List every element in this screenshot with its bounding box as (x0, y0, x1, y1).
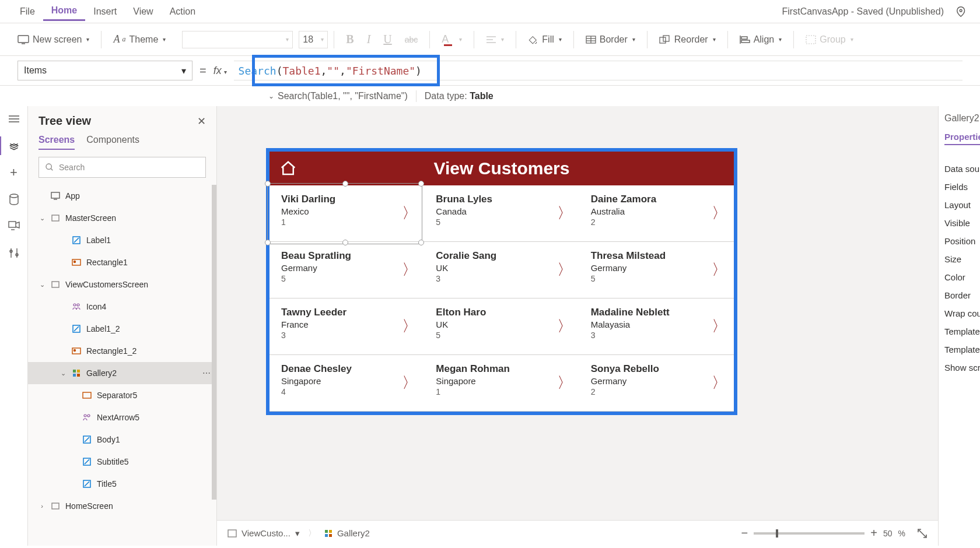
tree-node-title5[interactable]: Title5 (28, 473, 216, 495)
gallery-selection[interactable]: View Customers Viki DarlingMexico1〉Bruna… (266, 148, 737, 415)
chevron-right-icon[interactable]: 〉 (402, 316, 417, 336)
tree-node-label1[interactable]: Label1 (28, 229, 216, 251)
rail-insert-icon[interactable]: + (7, 166, 21, 180)
rail-hamburger-icon[interactable] (7, 112, 21, 126)
gallery-cell[interactable]: Viki DarlingMexico1〉 (270, 185, 424, 242)
property-row[interactable]: Template pa (944, 345, 978, 354)
tree-node-masterscreen[interactable]: ⌄MasterScreen (28, 207, 216, 229)
border-button[interactable]: Border▾ (580, 31, 641, 48)
gallery-cell[interactable]: Megan RohmanSingapore1〉 (424, 355, 579, 412)
formula-hint[interactable]: ⌄ Search(Table1, "", "FirstName") (268, 91, 408, 101)
property-row[interactable]: Show scroll (944, 363, 978, 373)
more-icon[interactable]: ⋯ (202, 368, 211, 378)
gallery-cell[interactable]: Daine ZamoraAustralia2〉 (579, 185, 734, 242)
tree-node-body1[interactable]: Body1 (28, 428, 216, 451)
chevron-right-icon[interactable]: 〉 (712, 203, 727, 223)
gallery-cell[interactable]: Tawny LeederFrance3〉 (270, 298, 424, 355)
tree-node-homescreen[interactable]: ›HomeScreen (28, 495, 216, 517)
customer-gallery[interactable]: Viki DarlingMexico1〉Bruna LylesCanada5〉D… (270, 185, 734, 412)
bold-button[interactable]: B (340, 29, 359, 50)
tree-node-separator5[interactable]: Separator5 (28, 384, 216, 406)
property-row[interactable]: Visible (944, 218, 978, 228)
gallery-cell[interactable]: Madaline NeblettMalayasia3〉 (579, 298, 734, 355)
tab-properties[interactable]: Properties (944, 132, 980, 145)
gallery-cell[interactable]: Thresa MilsteadGermany5〉 (579, 242, 734, 298)
health-icon[interactable] (956, 5, 968, 18)
chevron-right-icon[interactable]: 〉 (557, 259, 572, 280)
property-row[interactable]: Position (944, 236, 978, 246)
group-button[interactable]: Group▾ (800, 31, 859, 48)
new-screen-button[interactable]: New screen▾ (12, 31, 95, 48)
gallery-cell[interactable]: Elton HaroUK5〉 (424, 298, 579, 355)
tree-node-nextarrow5[interactable]: NextArrow5 (28, 406, 216, 428)
gallery-cell[interactable]: Denae ChesleySingapore4〉 (270, 355, 424, 412)
property-row[interactable]: Border (944, 290, 978, 300)
chevron-right-icon[interactable]: 〉 (712, 316, 727, 336)
menu-insert[interactable]: Insert (85, 3, 125, 20)
menu-view[interactable]: View (125, 3, 161, 20)
menu-file[interactable]: File (12, 3, 43, 20)
menu-action[interactable]: Action (162, 3, 204, 20)
property-row[interactable]: Color (944, 272, 978, 282)
chevron-right-icon[interactable]: 〉 (402, 373, 417, 393)
property-row[interactable]: Template size (944, 326, 978, 336)
gallery-cell[interactable]: Bruna LylesCanada5〉 (424, 185, 579, 242)
align-button[interactable]: Align▾ (734, 31, 788, 48)
chevron-right-icon[interactable]: 〉 (402, 259, 417, 280)
fill-button[interactable]: Fill▾ (522, 31, 567, 48)
reorder-button[interactable]: Reorder▾ (653, 31, 722, 48)
zoom-in-button[interactable]: + (870, 526, 877, 540)
canvas-area[interactable]: View Customers Viki DarlingMexico1〉Bruna… (217, 106, 938, 546)
property-row[interactable]: Data source (944, 164, 978, 174)
strike-button[interactable]: abc (399, 31, 424, 48)
breadcrumb-control[interactable]: Gallery2 (324, 528, 370, 538)
property-row[interactable]: Wrap count (944, 308, 978, 318)
font-family-select[interactable]: ▾ (182, 31, 293, 48)
gallery-cell[interactable]: Beau SpratlingGermany5〉 (270, 242, 424, 298)
home-icon[interactable] (279, 160, 298, 177)
close-icon[interactable]: ✕ (197, 115, 206, 128)
tab-components[interactable]: Components (86, 135, 139, 150)
font-color-button[interactable]: A▾ (436, 30, 468, 49)
property-row[interactable]: Fields (944, 182, 978, 192)
tree-node-rectangle1-2[interactable]: Rectangle1_2 (28, 340, 216, 362)
tab-screens[interactable]: Screens (38, 135, 75, 150)
rail-media-icon[interactable] (7, 219, 21, 233)
tree-node-rectangle1[interactable]: Rectangle1 (28, 251, 216, 273)
underline-button[interactable]: U (377, 29, 397, 50)
tree-search-input[interactable]: Search (38, 157, 206, 178)
zoom-slider[interactable] (754, 532, 864, 535)
tree-node-viewcustomers[interactable]: ⌄ViewCustomersScreen (28, 273, 216, 296)
chevron-right-icon[interactable]: 〉 (557, 373, 572, 393)
formula-input[interactable]: Search(Table1, "", "FirstName") (234, 61, 963, 80)
chevron-right-icon[interactable]: 〉 (712, 259, 727, 280)
italic-button[interactable]: I (361, 29, 377, 50)
chevron-right-icon[interactable]: 〉 (402, 203, 417, 223)
rail-data-icon[interactable] (7, 192, 21, 206)
breadcrumb-screen[interactable]: ViewCusto... ▾ (228, 528, 300, 539)
rail-tree-icon[interactable] (7, 139, 21, 153)
theme-button[interactable]: Aa Theme▾ (107, 30, 172, 49)
tree-node-gallery2[interactable]: ⌄Gallery2⋯ (28, 362, 216, 384)
property-row[interactable]: Layout (944, 200, 978, 210)
property-row[interactable]: Size (944, 254, 978, 264)
customer-country: Malayasia (591, 319, 726, 329)
tree-node-app[interactable]: App (28, 185, 216, 207)
customer-name: Thresa Milstead (591, 250, 726, 262)
tree-node-icon4[interactable]: Icon4 (28, 296, 216, 318)
gallery-cell[interactable]: Sonya RebelloGermany2〉 (579, 355, 734, 412)
tree-node-subtitle5[interactable]: Subtitle5 (28, 451, 216, 473)
chevron-right-icon[interactable]: 〉 (557, 203, 572, 223)
chevron-right-icon[interactable]: 〉 (557, 316, 572, 336)
zoom-out-button[interactable]: − (741, 526, 748, 540)
rail-advanced-icon[interactable] (7, 246, 21, 260)
font-size-input[interactable]: 18▾ (299, 31, 328, 48)
customer-number: 2 (591, 217, 726, 227)
align-text-button[interactable]: ▾ (480, 32, 510, 47)
fit-icon[interactable] (917, 528, 928, 539)
property-selector[interactable]: Items ▾ (18, 61, 192, 80)
chevron-right-icon[interactable]: 〉 (712, 373, 727, 393)
menu-home[interactable]: Home (43, 2, 85, 21)
tree-node-label1-2[interactable]: Label1_2 (28, 318, 216, 340)
gallery-cell[interactable]: Coralie SangUK3〉 (424, 242, 579, 298)
